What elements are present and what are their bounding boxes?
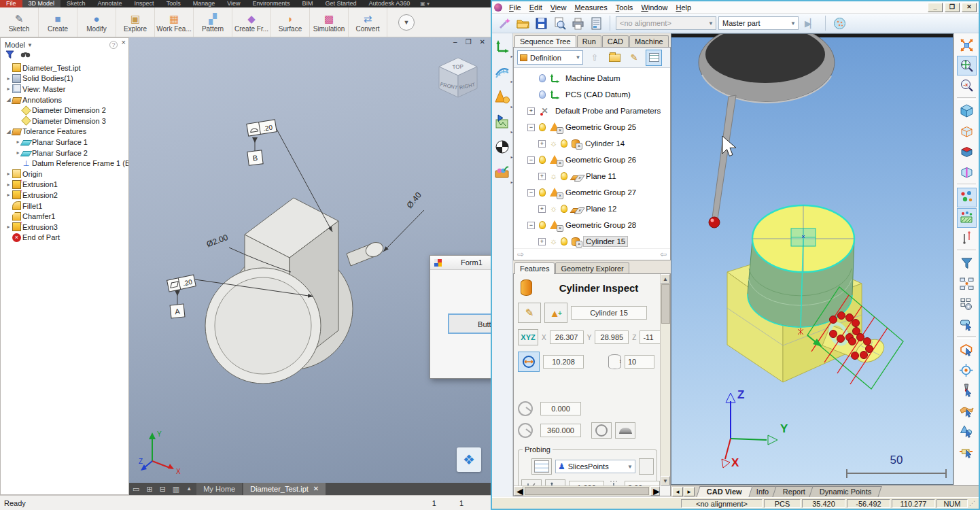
visibility-bulb-icon[interactable] xyxy=(539,221,546,229)
view-tab-cad-view[interactable]: CAD View xyxy=(696,486,752,497)
browser-item-planar-surface-2[interactable]: ▸Planar Surface 2 xyxy=(3,148,128,158)
menu-edit[interactable]: Edit xyxy=(525,3,546,12)
ribbon-tab-bim[interactable]: BIM xyxy=(296,0,319,7)
scroll-left-icon[interactable]: ⇦ xyxy=(660,250,667,259)
alignment-axes-button[interactable] xyxy=(493,36,512,56)
circle-mode-button[interactable] xyxy=(591,422,612,439)
ribbon-panel-modify[interactable]: ●Modify xyxy=(77,7,116,37)
ribbon-panel-create[interactable]: ■Create xyxy=(39,7,77,37)
menu-view[interactable]: View xyxy=(546,3,571,12)
expand-icon[interactable]: + xyxy=(527,107,535,115)
cad-viewport[interactable]: Z Y X 50 xyxy=(671,33,953,485)
window-vertical-icon[interactable]: ▥ xyxy=(169,483,183,495)
measure-select-button[interactable] xyxy=(957,442,977,462)
auto-run-icon[interactable]: ☼ xyxy=(550,139,557,148)
z-field[interactable]: -11 xyxy=(640,330,660,344)
sequence-item-geometric-group-28[interactable]: −Geometric Group 28 xyxy=(514,217,670,233)
edit-button[interactable]: ✎ xyxy=(626,50,642,66)
close-icon[interactable]: × xyxy=(122,38,126,46)
visibility-bulb-icon[interactable] xyxy=(561,237,567,245)
ribbon-tab-tools[interactable]: Tools xyxy=(160,0,187,7)
document-tab-diameter-test-ipt[interactable]: Diameter_Test.ipt✕ xyxy=(243,483,326,495)
browser-item-datum-reference-frame-1-b[interactable]: ⊥Datum Reference Frame 1 (B) xyxy=(3,158,128,169)
ribbon-tab-inspect[interactable]: Inspect xyxy=(128,0,160,7)
scroll-right-icon[interactable]: ► xyxy=(650,486,660,496)
ribbon-tab-3d-model[interactable]: 3D Model xyxy=(22,0,61,7)
expand-icon[interactable]: ▸ xyxy=(5,224,12,230)
scroll-left-icon[interactable]: ◄ xyxy=(514,486,523,496)
browser-item-diameter-dimension-3[interactable]: Diameter Dimension 3 xyxy=(3,116,128,126)
filter-icon[interactable] xyxy=(5,50,14,59)
close-button[interactable]: ✕ xyxy=(962,3,977,12)
inventor-viewport[interactable]: – ❐ ✕ TOP FRONT RIGHT xyxy=(129,37,491,483)
tab-sequence-tree[interactable]: Sequence Tree xyxy=(514,35,576,47)
slices-pattern-button[interactable] xyxy=(531,458,552,475)
form1-button[interactable]: Button xyxy=(448,313,491,334)
part-select[interactable]: Master part▼ xyxy=(718,16,799,30)
box-select-button[interactable] xyxy=(957,340,977,360)
tab-scroll-right-icon[interactable]: ► xyxy=(684,487,695,496)
window-horizontal-icon[interactable]: ⊟ xyxy=(156,483,169,495)
menu-measures[interactable]: Measures xyxy=(570,3,611,12)
save-icon[interactable] xyxy=(533,15,549,31)
tab-geometry-explorer[interactable]: Geometry Explorer xyxy=(555,262,629,274)
surface-mesh-button[interactable] xyxy=(493,61,512,82)
pin-direction-button[interactable] xyxy=(521,479,542,486)
pin-depth-button[interactable] xyxy=(545,479,565,486)
vertical-scrollbar[interactable]: ▲ ▼ xyxy=(660,274,670,486)
ribbon-panel-pattern[interactable]: ▞Pattern xyxy=(194,7,232,37)
surface-select-button[interactable] xyxy=(957,401,977,421)
browser-item-fillet1[interactable]: Fillet1 xyxy=(3,201,128,211)
sequence-item-plane-12[interactable]: +☼Plane 12 xyxy=(514,201,670,217)
auto-run-icon[interactable]: ☼ xyxy=(550,204,557,214)
expand-icon[interactable]: − xyxy=(527,156,535,164)
visibility-bulb-icon[interactable] xyxy=(539,188,546,197)
ribbon-tab-manage[interactable]: Manage xyxy=(187,0,222,7)
sequence-item-cylinder-14[interactable]: +☼Cylinder 14 xyxy=(514,135,670,152)
ribbon-panel-convert[interactable]: ⇄Convert xyxy=(349,7,387,37)
view-iso-button[interactable] xyxy=(957,101,977,121)
visibility-bulb-icon[interactable] xyxy=(539,90,546,99)
add-feature-button[interactable]: ▲+ xyxy=(544,303,567,323)
search-icon[interactable] xyxy=(20,51,31,58)
ribbon-panel-sketch[interactable]: ✎Sketch xyxy=(0,7,39,37)
fcf-annotation-b[interactable]: .20 xyxy=(247,120,277,136)
expand-icon[interactable]: ▸ xyxy=(5,86,12,92)
a360-status-icon[interactable]: ▣ ▾ xyxy=(420,0,430,7)
tag-select-button[interactable] xyxy=(957,315,977,335)
expand-icon[interactable]: ▸ xyxy=(5,171,12,177)
print-preview-icon[interactable] xyxy=(551,15,567,31)
print-icon[interactable] xyxy=(570,15,586,31)
sequence-item-geometric-group-25[interactable]: −Geometric Group 25 xyxy=(514,119,670,135)
tab-machine[interactable]: Machine xyxy=(629,35,669,47)
view-top-box-button[interactable] xyxy=(957,122,977,141)
expand-icon[interactable]: − xyxy=(527,124,535,131)
minimize-icon[interactable]: – xyxy=(453,38,457,46)
window-cascade-icon[interactable]: ▭ xyxy=(129,483,143,495)
ribbon-tab-environments[interactable]: Environments xyxy=(247,0,296,7)
browser-item-diameter-test-ipt[interactable]: Diameter_Test.ipt xyxy=(3,63,128,73)
settings-button[interactable] xyxy=(957,294,977,314)
browser-item-planar-surface-1[interactable]: ▸Planar Surface 1 xyxy=(3,137,128,148)
menu-help[interactable]: Help xyxy=(672,3,696,12)
tab-cad[interactable]: CAD xyxy=(602,35,629,47)
browser-item-diameter-dimension-2[interactable]: Diameter Dimension 2 xyxy=(3,105,128,116)
expand-icon[interactable]: + xyxy=(538,238,546,245)
sequence-item-cylinder-15[interactable]: +☼Cylinder 15 xyxy=(514,233,670,248)
end-angle-field[interactable]: 360.000 xyxy=(540,424,581,437)
visibility-bulb-icon[interactable] xyxy=(539,74,546,82)
browser-item-tolerance-features[interactable]: ◢Tolerance Features xyxy=(3,126,128,137)
probe-mode-select[interactable]: ♟ SlicesPoints ▼ xyxy=(555,460,635,473)
menu-window[interactable]: Window xyxy=(637,3,671,12)
form1-titlebar[interactable]: Form1 xyxy=(430,256,491,270)
tolerance-quadrant-button[interactable] xyxy=(493,137,512,157)
scroll-thumb[interactable] xyxy=(525,487,649,495)
close-icon[interactable]: ✕ xyxy=(480,38,485,46)
window-tile-icon[interactable]: ⊞ xyxy=(143,483,156,495)
probe-extra-button[interactable] xyxy=(639,458,654,475)
view-section-box-button[interactable] xyxy=(957,163,977,182)
open-folder-icon[interactable] xyxy=(514,15,531,31)
menu-file[interactable]: File xyxy=(505,3,525,12)
browser-item-extrusion3[interactable]: ▸Extrusion3 xyxy=(3,222,128,233)
view-tab-dynamic-points[interactable]: Dynamic Points xyxy=(809,486,883,497)
